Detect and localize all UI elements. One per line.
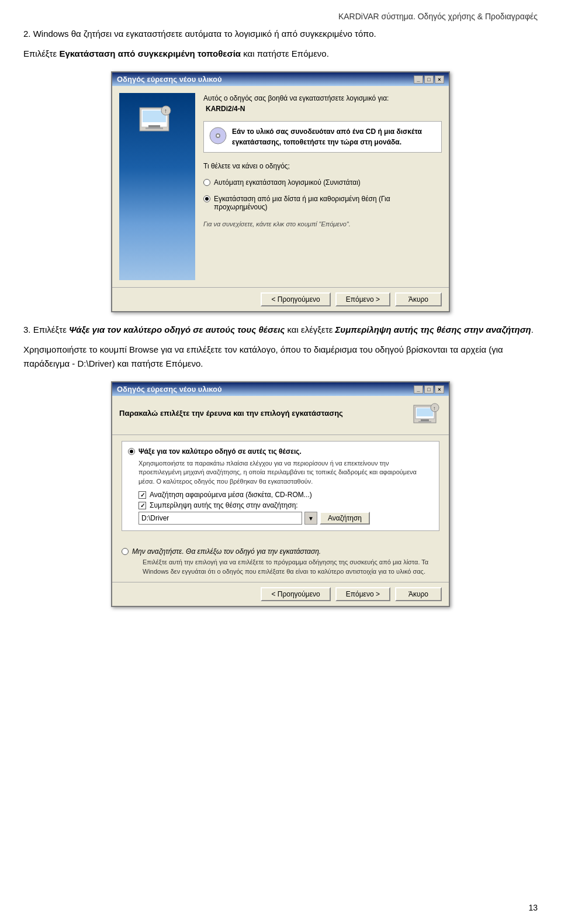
dialog-close-btn[interactable]: ×	[435, 75, 444, 84]
no-search-option: Μην αναζητήστε. Θα επιλέξω τον οδηγό για…	[122, 547, 439, 576]
svg-rect-3	[148, 125, 160, 127]
dialog2-maximize-btn[interactable]: □	[424, 385, 434, 394]
svg-rect-4	[146, 127, 163, 129]
no-search-text: Μην αναζητήστε. Θα επιλέξω τον οδηγό για…	[132, 547, 439, 556]
search-option-header-text: Ψάξε για τον καλύτερο οδηγό σε αυτές τις…	[138, 447, 302, 456]
page-title: KARDiVAR σύστημα. Οδηγός χρήσης & Προδια…	[23, 12, 538, 21]
dialog-intro-text: Αυτός ο οδηγός σας βοηθά να εγκαταστήσετ…	[203, 93, 442, 114]
checkbox-row-2[interactable]: ✓ Συμπερίληψη αυτής της θέσης στην αναζή…	[138, 501, 433, 509]
page-number: 13	[528, 903, 538, 912]
svg-rect-14	[418, 421, 431, 422]
search-description: Χρησιμοποιήστε τα παρακάτω πλαίσια ελέγχ…	[138, 459, 433, 486]
dialog-2: Οδηγός εύρεσης νέου υλικού _ □ × Παρακαλ…	[111, 381, 450, 607]
no-search-description: Επιλέξτε αυτή την επιλογή για να επιλέξε…	[143, 558, 439, 576]
dialog-cd-text: Εάν το υλικό σας συνοδευόταν από ένα CD …	[232, 126, 437, 147]
checkbox-2-label: Συμπερίληψη αυτής της θέσης στην αναζήτη…	[150, 501, 298, 509]
dialog-1-titlebar: Οδηγός εύρεσης νέου υλικού _ □ ×	[112, 73, 449, 86]
search-section: Ψάξε για τον καλύτερο οδηγό σε αυτές τις…	[122, 441, 439, 531]
dialog-2-cancel-btn[interactable]: Άκυρο	[395, 587, 442, 601]
search-radio-circle[interactable]	[128, 448, 135, 455]
dialog-1-title: Οδηγός εύρεσης νέου υλικού	[117, 75, 222, 84]
dialog-radio-option2[interactable]: Εγκατάσταση από μια δίστα ή μια καθορισμ…	[203, 195, 442, 211]
include-path-row: ▼ Αναζήτηση	[138, 512, 433, 525]
dialog-1-footer: < Προηγούμενο Επόμενο > Άκυρο	[112, 287, 449, 311]
dialog-question: Τι θέλετε να κάνει ο οδηγός;	[203, 162, 442, 170]
dialog-minimize-btn[interactable]: _	[414, 75, 423, 84]
dialog-note: Για να συνεχίσετε, κάντε κλικ στο κουμπί…	[203, 220, 442, 227]
browse-btn[interactable]: Αναζήτηση	[320, 512, 370, 525]
checkbox-1[interactable]: ✓	[138, 491, 146, 499]
dialog-1-next-btn[interactable]: Επόμενο >	[335, 292, 390, 306]
dialog-2-titlebar-buttons: _ □ ×	[414, 385, 444, 394]
checkbox-2-check: ✓	[140, 502, 145, 509]
dialog-1-back-btn[interactable]: < Προηγούμενο	[261, 292, 330, 306]
path-dropdown-btn[interactable]: ▼	[304, 512, 317, 525]
dialog-2-back-btn[interactable]: < Προηγούμενο	[261, 587, 330, 601]
radio-option2-circle[interactable]	[203, 195, 210, 202]
radio-option1-label: Αυτόματη εγκατάσταση λογισμικού (Συνιστά…	[214, 178, 361, 187]
dialog-1-left-panel: ↑	[119, 93, 195, 280]
no-search-radio[interactable]	[122, 548, 129, 555]
dialog-1-window: Οδηγός εύρεσης νέου υλικού _ □ × ↑	[111, 71, 450, 312]
svg-rect-12	[417, 408, 433, 416]
paragraph-step3-browse: Χρησιμοποιήστε το κουμπί Browse για να ε…	[23, 343, 538, 371]
dialog-2-header-icon: ↑	[413, 401, 442, 430]
dialog-1-body: ↑ Αυτός ο οδηγός σας βοηθά να εγκαταστήσ…	[112, 86, 449, 287]
checkbox-2[interactable]: ✓	[138, 502, 146, 509]
dialog-1-right: Αυτός ο οδηγός σας βοηθά να εγκαταστήσετ…	[203, 93, 442, 280]
dialog2-minimize-btn[interactable]: _	[414, 385, 423, 394]
svg-rect-13	[421, 419, 429, 421]
dialog-1-titlebar-buttons: _ □ ×	[414, 75, 444, 84]
dialog-maximize-btn[interactable]: □	[424, 75, 434, 84]
dialog-cd-section: Εάν το υλικό σας συνοδευόταν από ένα CD …	[203, 121, 442, 153]
no-search-text-wrapper: Μην αναζητήστε. Θα επιλέξω τον οδηγό για…	[132, 547, 439, 576]
radio-option1-circle[interactable]	[203, 179, 210, 186]
cd-icon	[209, 126, 227, 145]
hardware-wizard-icon: ↑	[137, 99, 178, 140]
dialog-2-titlebar: Οδηγός εύρεσης νέου υλικού _ □ ×	[112, 382, 449, 396]
dialog-2-header-text: Παρακαλώ επιλέξτε την έρευνα και την επι…	[119, 409, 343, 418]
checkbox-1-label: Αναζήτηση αφαιρούμενα μέσα (δισκέτα, CD-…	[150, 491, 312, 499]
dialog-2-title: Οδηγός εύρεσης νέου υλικού	[117, 385, 222, 394]
checkbox-1-check: ✓	[140, 492, 145, 498]
path-input[interactable]	[138, 512, 302, 525]
dialog-1: Οδηγός εύρεσης νέου υλικού _ □ × ↑	[111, 71, 450, 312]
search-option-header: Ψάξε για τον καλύτερο οδηγό σε αυτές τις…	[128, 447, 433, 456]
dialog-2-body: Ψάξε για τον καλύτερο οδηγό σε αυτές τις…	[112, 435, 449, 582]
dialog2-close-btn[interactable]: ×	[435, 385, 444, 394]
svg-point-9	[217, 135, 219, 137]
dialog-2-window: Οδηγός εύρεσης νέου υλικού _ □ × Παρακαλ…	[111, 381, 450, 607]
paragraph-step3: 3. Επιλέξτε Ψάξε για τον καλύτερο οδηγό …	[23, 323, 538, 337]
svg-text:↑: ↑	[164, 108, 167, 114]
dialog-2-footer: < Προηγούμενο Επόμενο > Άκυρο	[112, 582, 449, 606]
dialog-2-header-area: Παρακαλώ επιλέξτε την έρευνα και την επι…	[112, 396, 449, 435]
paragraph-2: 2. Windows θα ζητήσει να εγκαταστήσετε α…	[23, 27, 538, 41]
dialog-2-next-btn[interactable]: Επόμενο >	[335, 587, 390, 601]
dialog-1-cancel-btn[interactable]: Άκυρο	[395, 292, 442, 306]
radio-option2-label: Εγκατάσταση από μια δίστα ή μια καθορισμ…	[214, 195, 442, 211]
checkbox-row-1[interactable]: ✓ Αναζήτηση αφαιρούμενα μέσα (δισκέτα, C…	[138, 491, 433, 499]
dialog-radio-option1[interactable]: Αυτόματη εγκατάσταση λογισμικού (Συνιστά…	[203, 178, 442, 187]
paragraph-instruction1: Επιλέξτε Εγκατάσταση από συγκεκριμένη το…	[23, 47, 538, 61]
svg-text:↑: ↑	[433, 405, 436, 411]
